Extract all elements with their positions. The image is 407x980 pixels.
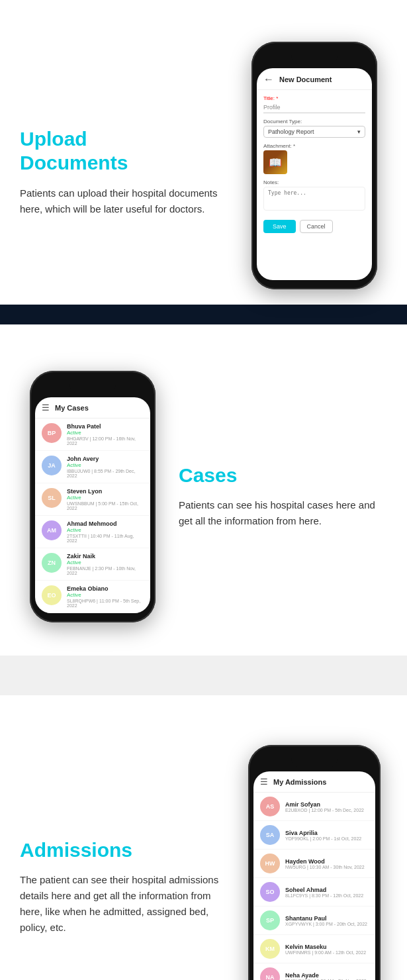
cases-screen-header: ☰ My Cases: [35, 397, 150, 418]
admission-name: Soheel Ahmad: [285, 887, 363, 893]
case-meta: FEBNANJE | 2:30 PM - 10th Nov, 2022: [67, 566, 144, 575]
screen-form: Title: * Profile Document Type: Patholog…: [257, 90, 372, 238]
avatar: SP: [260, 910, 280, 930]
cases-screen: ☰ My Cases BP Bhuva Patel Active 8HGAR3V…: [35, 397, 150, 613]
admissions-phone-container: ☰ My Admissions AS Amir Sofyan E2UBXOD |…: [242, 745, 387, 980]
admission-info: Siva Aprilia YDF99OKL | 2:00 PM - 1st Oc…: [285, 830, 361, 841]
list-item: EO Emeka Obiano Active SL8RQHPW6 | 11:00…: [35, 581, 150, 613]
admissions-list: AS Amir Sofyan E2UBXOD | 12:00 PM - 5th …: [253, 793, 375, 980]
doc-type-label: Document Type:: [263, 119, 365, 124]
admission-meta: NW5URG | 10:30 AM - 30th Nov, 2022: [285, 865, 365, 869]
list-item: SO Soheel Ahmad 8L1FC9YS | 8:30 PM - 12t…: [253, 878, 375, 906]
list-item: HW Hayden Wood NW5URG | 10:30 AM - 30th …: [253, 850, 375, 878]
avatar: SO: [260, 882, 280, 902]
admission-name: Siva Aprilia: [285, 830, 361, 836]
admission-name: Neha Ayade: [285, 972, 367, 979]
case-meta: 8HGAR3V | 12:00 PM - 16th Nov, 2022: [67, 436, 144, 446]
avatar: KM: [260, 939, 280, 959]
save-button[interactable]: Save: [263, 220, 296, 233]
admission-info: Soheel Ahmad 8L1FC9YS | 8:30 PM - 12th O…: [285, 887, 363, 898]
case-name: Emeka Obiano: [67, 585, 144, 592]
upload-phone-mockup: ← New Document Title: * Profile Document…: [251, 42, 377, 289]
phone-notch-admissions: [291, 754, 338, 767]
doc-type-select[interactable]: Pathology Report ▾: [263, 126, 365, 138]
admission-info: Kelvin Maseku UWFINMRS | 9:00 AM - 12th …: [285, 944, 366, 955]
cases-phone-mockup: ☰ My Cases BP Bhuva Patel Active 8HGAR3V…: [30, 371, 156, 622]
form-buttons: Save Cancel: [263, 220, 365, 233]
screen-title: New Document: [279, 75, 332, 83]
case-status: Active: [67, 527, 144, 533]
admissions-section: Admissions The patient can see their hos…: [0, 695, 407, 980]
avatar: ZN: [42, 553, 62, 573]
phone-notch-cases: [69, 380, 116, 393]
case-name: Steven Lyon: [67, 488, 144, 495]
avatar: BP: [42, 423, 62, 443]
case-list: BP Bhuva Patel Active 8HGAR3V | 12:00 PM…: [35, 418, 150, 613]
admissions-phone-mockup: ☰ My Admissions AS Amir Sofyan E2UBXOD |…: [248, 745, 381, 980]
avatar: SA: [260, 825, 280, 845]
avatar: EO: [42, 585, 62, 605]
light-band: [0, 656, 407, 695]
case-meta: UWSNBBUM | 5:00 PM - 15th Oct, 2022: [67, 501, 144, 511]
admission-name: Shantanu Paul: [285, 915, 367, 922]
list-item: AS Amir Sofyan E2UBXOD | 12:00 PM - 5th …: [253, 793, 375, 821]
case-meta: IBBUJUW0 | 8:55 PM - 29th Dec, 2022: [67, 469, 144, 478]
case-status: Active: [67, 430, 144, 436]
case-status: Active: [67, 592, 144, 598]
case-info: John Avery Active IBBUJUW0 | 8:55 PM - 2…: [67, 456, 144, 478]
admission-name: Hayden Wood: [285, 858, 365, 865]
cases-text-block: Cases Patients can see his hospital case…: [165, 464, 387, 529]
case-info: Bhuva Patel Active 8HGAR3V | 12:00 PM - …: [67, 423, 144, 446]
list-item: AM Ahmad Mehmood Active 2TSXTTII | 10:40…: [35, 516, 150, 548]
list-item: SA Siva Aprilia YDF99OKL | 2:00 PM - 1st…: [253, 821, 375, 850]
admissions-screen-header: ☰ My Admissions: [253, 771, 375, 793]
attachment-label: Attachment: *: [263, 143, 365, 149]
case-info: Zakir Naik Active FEBNANJE | 2:30 PM - 1…: [67, 553, 144, 575]
list-item: NA Neha Ayade RMDYB1D5 | 11:30 AM - 7th …: [253, 963, 375, 980]
admission-name: Kelvin Maseku: [285, 944, 366, 950]
case-status: Active: [67, 560, 144, 565]
admission-meta: E2UBXOD | 12:00 PM - 5th Dec, 2022: [285, 808, 364, 812]
admission-info: Shantanu Paul XGPYVWYK | 3:00 PM - 20th …: [285, 915, 367, 926]
hamburger-icon[interactable]: ☰: [42, 403, 50, 413]
admission-meta: UWFINMRS | 9:00 AM - 12th Oct, 2022: [285, 950, 366, 955]
notes-input[interactable]: [263, 187, 365, 211]
case-name: Ahmad Mehmood: [67, 520, 144, 527]
cases-title: Cases: [179, 464, 387, 487]
case-status: Active: [67, 462, 144, 468]
title-label: Title: *: [263, 95, 365, 101]
admission-info: Hayden Wood NW5URG | 10:30 AM - 30th Nov…: [285, 858, 365, 869]
screen-header: ← New Document: [257, 68, 372, 90]
avatar: AS: [260, 797, 280, 816]
hamburger-icon-admissions[interactable]: ☰: [260, 777, 268, 787]
title-input[interactable]: Profile: [263, 103, 365, 113]
avatar: SL: [42, 488, 62, 508]
admissions-description: The patient can see their hospital admis…: [20, 872, 228, 936]
case-name: Bhuva Patel: [67, 423, 144, 430]
notes-label: Notes:: [263, 179, 365, 185]
phone-notch: [291, 51, 338, 64]
case-meta: 2TSXTTII | 10:40 PM - 11th Aug, 2022: [67, 534, 144, 543]
admission-meta: YDF99OKL | 2:00 PM - 1st Oct, 2022: [285, 836, 361, 841]
case-name: Zakir Naik: [67, 553, 144, 560]
admission-name: Amir Sofyan: [285, 801, 364, 808]
avatar: JA: [42, 456, 62, 475]
case-status: Active: [67, 495, 144, 501]
cancel-button[interactable]: Cancel: [300, 220, 333, 233]
case-info: Ahmad Mehmood Active 2TSXTTII | 10:40 PM…: [67, 520, 144, 543]
upload-description: Patients can upload their hospital docum…: [20, 185, 228, 217]
attachment-thumbnail[interactable]: 📖: [263, 150, 287, 174]
back-icon[interactable]: ←: [263, 74, 274, 85]
upload-section: UploadDocuments Patients can upload thei…: [0, 0, 407, 305]
cases-phone-container: ☰ My Cases BP Bhuva Patel Active 8HGAR3V…: [20, 371, 165, 622]
cases-section: ☰ My Cases BP Bhuva Patel Active 8HGAR3V…: [0, 324, 407, 656]
list-item: JA John Avery Active IBBUJUW0 | 8:55 PM …: [35, 451, 150, 483]
upload-phone-container: ← New Document Title: * Profile Document…: [242, 42, 387, 289]
upload-screen: ← New Document Title: * Profile Document…: [257, 68, 372, 280]
avatar: NA: [260, 967, 280, 980]
upload-title: UploadDocuments: [20, 127, 228, 175]
case-meta: SL8RQHPW6 | 11:00 PM - 5th Sep, 2022: [67, 599, 144, 608]
cases-description: Patients can see his hospital cases here…: [179, 497, 387, 529]
avatar: HW: [260, 854, 280, 873]
upload-text-block: UploadDocuments Patients can upload thei…: [20, 114, 242, 217]
